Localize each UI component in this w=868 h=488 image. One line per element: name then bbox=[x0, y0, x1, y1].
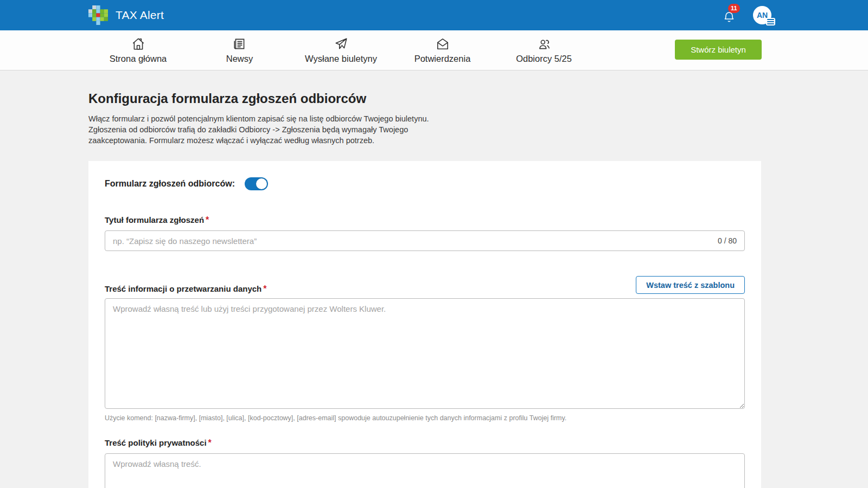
page-description: Włącz formularz i pozwól potencjalnym kl… bbox=[88, 113, 455, 146]
required-asterisk: * bbox=[206, 215, 209, 224]
nav-item-wyslane-biuletyny[interactable]: Wysłane biuletyny bbox=[290, 37, 392, 64]
subscription-form-toggle[interactable] bbox=[245, 177, 268, 190]
app-title: TAX Alert bbox=[116, 9, 164, 22]
nav-bar: Strona główna Newsy Wysłane biuletyny Po… bbox=[0, 30, 868, 70]
form-title-field: Tytuł formularza zgłoszeń* 0 / 80 bbox=[105, 215, 745, 251]
page-title: Konfiguracja formularza zgłoszeń odbiorc… bbox=[88, 91, 761, 106]
notification-badge: 11 bbox=[728, 4, 740, 13]
header-bar: TAX Alert 11 AN bbox=[0, 0, 868, 30]
hamburger-menu-icon bbox=[766, 18, 775, 25]
notifications-button[interactable]: 11 bbox=[723, 7, 737, 23]
nav-label: Newsy bbox=[226, 54, 253, 64]
form-title-label: Tytuł formularza zgłoszeń bbox=[105, 215, 204, 224]
wolters-kluwer-logo-icon bbox=[88, 5, 108, 25]
send-icon bbox=[334, 37, 348, 51]
privacy-policy-field: Treść polityki prywatności* bbox=[105, 438, 745, 488]
main-content: Konfiguracja formularza zgłoszeń odbiorc… bbox=[0, 70, 868, 488]
required-asterisk: * bbox=[208, 438, 212, 447]
required-asterisk: * bbox=[263, 284, 266, 293]
nav-item-newsy[interactable]: Newsy bbox=[189, 37, 290, 64]
processing-info-field: Treść informacji o przetwarzaniu danych*… bbox=[105, 276, 745, 422]
nav-label: Odbiorcy 5/25 bbox=[516, 54, 572, 64]
privacy-policy-textarea[interactable] bbox=[105, 453, 745, 488]
home-icon bbox=[131, 37, 145, 51]
subscription-form-toggle-label: Formularz zgłoszeń odbiorców: bbox=[105, 179, 235, 189]
privacy-policy-label: Treść polityki prywatności bbox=[105, 438, 207, 447]
nav-item-potwierdzenia[interactable]: Potwierdzenia bbox=[392, 37, 493, 64]
nav-item-strona-glowna[interactable]: Strona główna bbox=[87, 37, 189, 64]
create-newsletter-button[interactable]: Stwórz biuletyn bbox=[675, 40, 762, 60]
user-avatar[interactable]: AN bbox=[753, 6, 771, 24]
insert-template-button[interactable]: Wstaw treść z szablonu bbox=[636, 276, 745, 294]
nav-label: Strona główna bbox=[110, 54, 167, 64]
form-title-input[interactable] bbox=[113, 236, 711, 246]
nav-label: Wysłane biuletyny bbox=[305, 54, 377, 64]
toggle-knob bbox=[256, 178, 267, 189]
news-icon bbox=[233, 37, 247, 51]
nav-item-odbiorcy[interactable]: Odbiorcy 5/25 bbox=[493, 37, 595, 64]
users-icon bbox=[537, 37, 551, 51]
processing-info-textarea[interactable] bbox=[105, 298, 745, 409]
processing-info-label: Treść informacji o przetwarzaniu danych bbox=[105, 284, 261, 293]
commands-helper-text: Użycie komend: [nazwa-firmy], [miasto], … bbox=[105, 414, 745, 422]
envelope-open-icon bbox=[436, 37, 450, 51]
char-counter: 0 / 80 bbox=[718, 236, 737, 245]
nav-label: Potwierdzenia bbox=[414, 54, 471, 64]
form-card: Formularz zgłoszeń odbiorców: Tytuł form… bbox=[88, 161, 761, 488]
